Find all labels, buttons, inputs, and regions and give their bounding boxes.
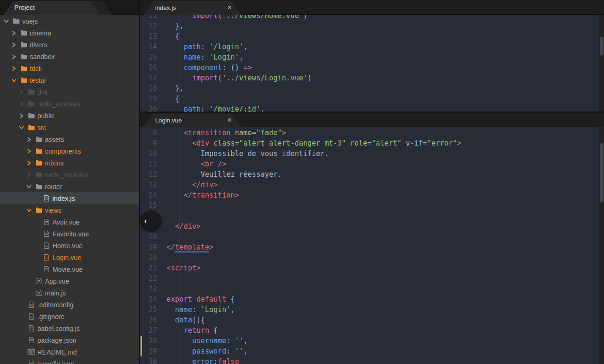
chevron-right-icon[interactable] — [26, 173, 32, 177]
line-number: 16 — [140, 62, 157, 73]
tree-item-label: Home.vue — [53, 242, 83, 250]
tree-item-README.md[interactable]: README.md — [0, 346, 139, 358]
code-line-text: <script> — [166, 263, 201, 273]
chevron-down-icon[interactable] — [26, 208, 32, 213]
code-line-text: { — [166, 94, 179, 104]
tree-item-Favorite.vue[interactable]: Favorite.vue — [0, 228, 139, 240]
folder-icon — [27, 124, 35, 130]
chevron-right-icon[interactable] — [10, 54, 17, 59]
project-tab[interactable]: Project — [4, 1, 100, 15]
chevron-right-icon[interactable] — [10, 43, 17, 47]
chevron-right-icon[interactable] — [26, 161, 32, 165]
code-line: 15 — [140, 200, 604, 211]
folder-icon — [35, 148, 43, 154]
chevron-right-icon[interactable] — [26, 137, 32, 142]
tree-item-tdcli[interactable]: tdcli — [0, 62, 139, 74]
tab-bar-bottom: Login.vue ✕ — [140, 113, 604, 127]
chevron-right-icon[interactable] — [18, 113, 25, 118]
chevron-right-icon[interactable] — [26, 149, 32, 154]
chevron-right-icon[interactable] — [10, 31, 17, 35]
line-number: 11 — [140, 15, 157, 21]
tree-item-components[interactable]: components — [0, 145, 139, 157]
tree-item-main.js[interactable]: main.js — [0, 287, 139, 299]
tab-label: index.js — [155, 4, 176, 11]
chevron-right-icon[interactable] — [18, 90, 25, 95]
file-icon — [35, 277, 43, 285]
code-line-text: { — [166, 31, 179, 42]
code-line: 21<script> — [140, 263, 604, 273]
project-tab-label: Project — [14, 4, 35, 11]
tree-item-label: node_modules — [45, 171, 88, 179]
chevron-down-icon[interactable] — [26, 184, 32, 189]
file-icon — [27, 313, 35, 320]
tree-item-label: testui — [30, 77, 45, 84]
chevron-right-icon[interactable] — [10, 66, 17, 71]
tree-item-label: dist — [37, 88, 48, 96]
line-number: 20 — [140, 252, 157, 263]
tree-item-babel.config.js[interactable]: babel.config.js — [0, 322, 139, 334]
tree-item-Movie.vue[interactable]: Movie.vue — [0, 263, 139, 275]
code-area-top[interactable]: 11 import('../views/Home.vue')12 },13 {1… — [140, 15, 604, 112]
line-number: 13 — [140, 180, 157, 190]
chevron-down-icon[interactable] — [3, 19, 9, 24]
tree-item-Home.vue[interactable]: Home.vue — [0, 240, 139, 251]
line-number: 8 — [140, 128, 157, 138]
tab-login-vue[interactable]: Login.vue ✕ — [144, 113, 241, 127]
code-line: 27 return { — [140, 325, 604, 336]
code-line-text: data(){ — [166, 315, 205, 325]
code-line: 19 { — [140, 94, 604, 104]
close-icon[interactable]: ✕ — [227, 1, 232, 15]
tree-item-node_modules[interactable]: node_modules — [0, 169, 139, 181]
code-line: 24export default { — [140, 294, 604, 304]
tree-item-views[interactable]: views — [0, 204, 139, 216]
sidebar-collapse-handle[interactable]: ‹ — [140, 210, 162, 232]
tree-item-Avoir.vue[interactable]: Avoir.vue — [0, 216, 139, 228]
folder-icon — [27, 113, 35, 119]
tree-item-App.vue[interactable]: App.vue — [0, 275, 139, 287]
code-line: 17 import('../views/Login.vue') — [140, 73, 604, 83]
line-number: 20 — [140, 104, 157, 112]
tree-item-testui[interactable]: testui — [0, 74, 139, 86]
tab-index-js[interactable]: index.js ✕ — [144, 1, 241, 15]
tree-item-dist[interactable]: dist — [0, 86, 139, 98]
tree-item-divers[interactable]: divers — [0, 39, 139, 51]
tree-item-src[interactable]: src — [0, 121, 139, 133]
tree-item-label: components — [45, 147, 81, 155]
editor-pane-top: index.js ✕ 11 import('../views/Home.vue'… — [140, 0, 604, 112]
code-line-text: Impossible de vous identifier. — [166, 148, 329, 159]
tree-item-vuejs[interactable]: vuejs — [0, 15, 139, 27]
tree-item-Login.vue[interactable]: Login.vue — [0, 251, 139, 263]
scrollbar-thumb[interactable] — [600, 37, 604, 55]
file-icon — [43, 195, 50, 202]
file-tree: vuejscinemadiverssandboxtdclitestuidistn… — [0, 15, 139, 364]
tree-item-assets[interactable]: assets — [0, 133, 139, 145]
chevron-down-icon[interactable] — [18, 125, 25, 130]
code-line: 30 error:false — [140, 356, 604, 364]
tree-item-node_modules[interactable]: node_modules — [0, 98, 139, 110]
tree-item-sandbox[interactable]: sandbox — [0, 51, 139, 62]
tree-item-.gitignore[interactable]: .gitignore — [0, 311, 139, 322]
file-icon — [43, 254, 50, 261]
file-icon — [43, 266, 50, 273]
tree-item-cinema[interactable]: cinema — [0, 27, 139, 39]
chevron-down-icon[interactable] — [10, 78, 17, 83]
tree-item-index.js[interactable]: index.js — [0, 192, 139, 204]
line-number: 9 — [140, 138, 157, 148]
tree-item-package.json[interactable]: package.json — [0, 334, 139, 346]
line-number: 10 — [140, 148, 157, 159]
tree-item-public[interactable]: public — [0, 110, 139, 121]
close-icon[interactable]: ✕ — [227, 113, 232, 127]
tree-item-.editorconfig[interactable]: .editorconfig — [0, 299, 139, 311]
tree-item-label: README.md — [37, 348, 77, 356]
editor-pane-bottom: Login.vue ✕ 8 <transition name="fade">9 … — [140, 113, 604, 364]
code-line: 11 import('../views/Home.vue') — [140, 15, 604, 21]
code-line-text: username: '', — [166, 336, 248, 346]
tree-item-router[interactable]: router — [0, 181, 139, 192]
code-area-bottom[interactable]: 8 <transition name="fade">9 <div class="… — [140, 127, 604, 364]
chevron-right-icon[interactable] — [18, 102, 25, 106]
folder-icon — [20, 77, 27, 83]
tree-item-mixins[interactable]: mixins — [0, 157, 139, 169]
file-tree-panel: Project vuejscinemadiverssandboxtdclites… — [0, 0, 139, 364]
tree-item-tsconfig.json[interactable]: tsconfig.json — [0, 358, 139, 364]
scrollbar-thumb[interactable] — [600, 143, 604, 202]
